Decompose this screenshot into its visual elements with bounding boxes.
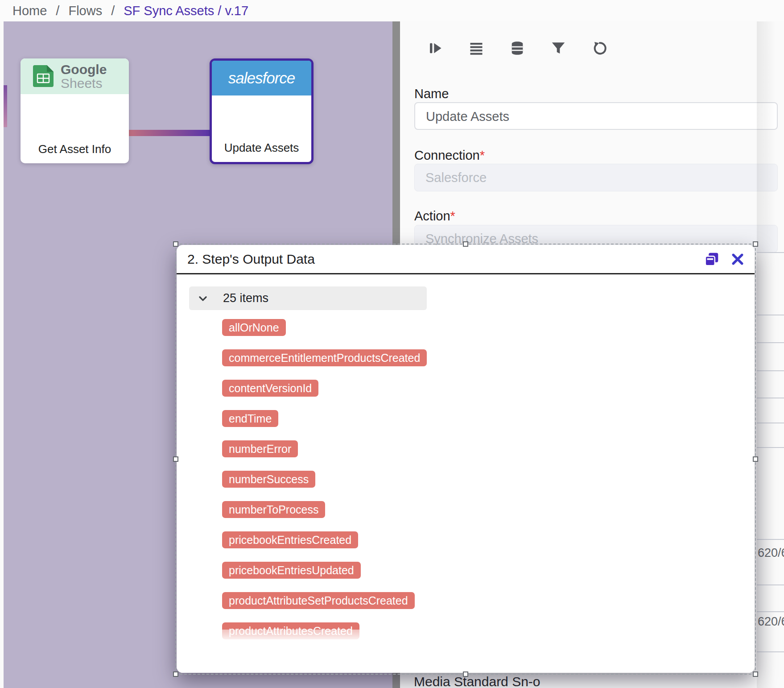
app-window: Home / Flows / SF Sync Assets / v.17 (0, 0, 784, 688)
modal-footer-fade (177, 630, 755, 673)
name-field-label: Name (414, 87, 449, 101)
resize-handle-middle-right[interactable] (753, 456, 758, 462)
run-step-icon[interactable] (427, 40, 443, 56)
resize-handle-top-left[interactable] (173, 241, 178, 247)
breadcrumb-separator: / (56, 4, 59, 18)
google-sheets-icon (33, 65, 54, 87)
output-field-pill[interactable]: pricebookEntriesCreated (222, 531, 358, 548)
salesforce-wordmark: salesforce (228, 69, 295, 87)
name-input[interactable]: Update Assets (414, 102, 778, 130)
resize-handle-top-middle[interactable] (463, 241, 468, 247)
modal-header: 2. Step's Output Data (177, 245, 755, 274)
items-count-label: 25 items (223, 291, 268, 305)
output-field-pill[interactable]: productAttributeSetProductsCreated (222, 592, 415, 609)
output-field-pill[interactable]: numberError (222, 440, 298, 457)
output-field-pill[interactable]: commerceEntitlementProductsCreated (222, 349, 427, 366)
background-table-strip: 620/6 620/6 (757, 21, 784, 688)
output-data-pill-list: allOrNone commerceEntitlementProductsCre… (222, 319, 427, 639)
connection-input[interactable]: Salesforce (414, 164, 778, 191)
modal-title: 2. Step's Output Data (187, 252, 315, 267)
action-field-label: Action* (414, 209, 455, 224)
close-icon[interactable] (730, 251, 746, 267)
output-items-collapse-toggle[interactable]: 25 items (189, 286, 427, 310)
incoming-connector-edge (4, 85, 7, 127)
step-output-data-modal: 2. Step's Output Data 25 items (177, 245, 755, 673)
output-field-pill[interactable]: endTime (222, 410, 278, 427)
background-field-value-partial: Media Standard Sn-o (414, 674, 541, 688)
google-sheets-wordmark: Google Sheets (61, 62, 107, 91)
output-field-pill[interactable]: pricebookEntriesUpdated (222, 562, 361, 579)
step-toolbar (427, 40, 607, 56)
breadcrumb-home[interactable]: Home (12, 4, 47, 18)
filter-icon[interactable] (550, 40, 566, 56)
node-label-update-assets: Update Assets (212, 141, 311, 155)
connection-field-label: Connection* (414, 148, 485, 163)
table-cell-partial: 620/6 (758, 615, 784, 629)
resize-handle-bottom-left[interactable] (173, 671, 178, 677)
node-google-sheets[interactable]: Google Sheets Get Asset Info (21, 58, 129, 163)
undo-icon[interactable] (591, 40, 607, 56)
duplicate-panel-icon[interactable] (704, 251, 720, 267)
resize-handle-middle-left[interactable] (173, 456, 178, 462)
breadcrumb-current-flow[interactable]: SF Sync Assets / v.17 (124, 4, 248, 18)
table-cell-partial: 620/6 (758, 546, 784, 560)
node-label-get-asset-info: Get Asset Info (21, 142, 129, 156)
database-icon[interactable] (509, 40, 525, 56)
resize-handle-bottom-right[interactable] (753, 671, 758, 677)
output-field-pill[interactable]: allOrNone (222, 319, 286, 336)
chevron-down-icon (197, 293, 209, 304)
breadcrumb: Home / Flows / SF Sync Assets / v.17 (0, 0, 784, 21)
resize-handle-bottom-middle[interactable] (463, 671, 468, 677)
breadcrumb-flows[interactable]: Flows (68, 4, 102, 18)
output-field-pill[interactable]: numberSuccess (222, 471, 315, 488)
node-connector-line (129, 130, 210, 136)
breadcrumb-separator: / (111, 4, 115, 18)
salesforce-node-header: salesforce (212, 61, 311, 95)
node-salesforce[interactable]: salesforce Update Assets (210, 58, 314, 164)
output-field-pill[interactable]: numberToProcess (222, 501, 325, 518)
log-list-icon[interactable] (468, 40, 484, 56)
resize-handle-top-right[interactable] (753, 241, 758, 247)
output-field-pill[interactable]: contentVersionId (222, 380, 318, 397)
google-sheets-node-header: Google Sheets (21, 58, 129, 94)
